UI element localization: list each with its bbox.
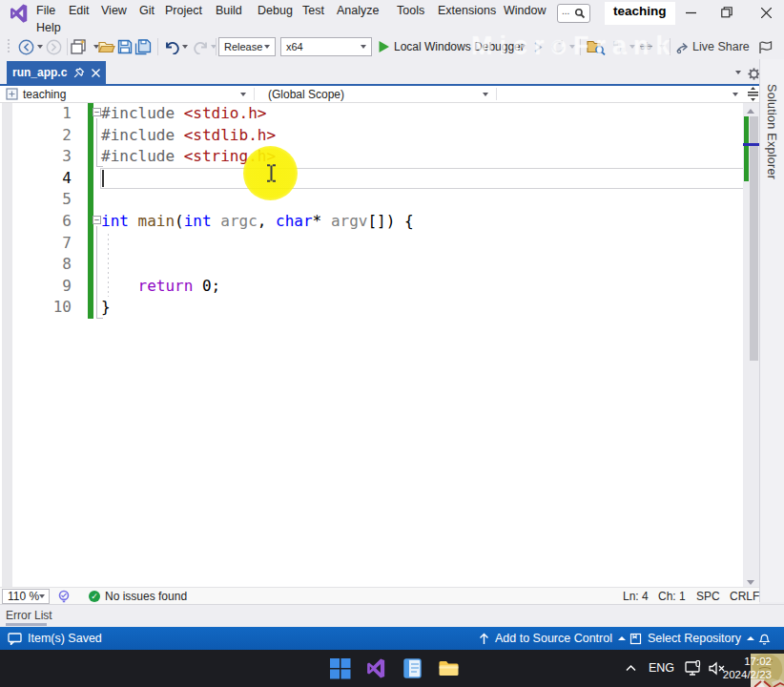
token: main <box>138 212 175 230</box>
add-to-source-control-button[interactable]: Add to Source Control <box>479 627 626 650</box>
menu-item-edit[interactable]: Edit <box>63 2 95 19</box>
block-selection-dropdown[interactable] <box>628 34 636 59</box>
menu-item-project[interactable]: Project <box>159 2 208 19</box>
feedback-button[interactable] <box>756 34 775 59</box>
line-number-5: 5 <box>33 189 72 211</box>
pin-icon[interactable] <box>73 67 85 78</box>
language-indicator[interactable]: ENG <box>649 661 674 675</box>
code-line-9[interactable]: return 0; <box>101 276 220 298</box>
indent-indicator[interactable]: SPC <box>696 589 720 604</box>
code-line-2[interactable]: #include <stdlib.h> <box>101 125 276 147</box>
outline-line-include <box>96 118 97 166</box>
code-health-icon[interactable] <box>57 590 71 603</box>
token <box>101 277 138 295</box>
code-line-6[interactable]: int main(int argc, char* argv[]) { <box>101 211 414 233</box>
menu-item-tools[interactable]: Tools <box>391 2 430 19</box>
clock-date: 2024/2/23 <box>723 668 772 681</box>
taskbar-clock[interactable]: 17:02 2024/2/23 <box>723 655 772 681</box>
scroll-down-arrow[interactable] <box>747 580 754 585</box>
undo-button[interactable] <box>161 34 182 59</box>
block-selection-icon <box>612 40 626 53</box>
navigate-forward-button[interactable] <box>44 34 63 59</box>
token <box>175 126 184 144</box>
vertical-scrollbar[interactable] <box>743 103 759 587</box>
menu-item-extensions[interactable]: Extensions <box>432 2 502 19</box>
health-status[interactable]: No issues found <box>105 589 187 604</box>
column-indicator[interactable]: Ch: 1 <box>658 589 686 604</box>
project-dropdown[interactable]: teaching <box>0 86 253 102</box>
minimize-button[interactable] <box>674 0 707 25</box>
start-button[interactable] <box>329 657 351 679</box>
change-tracking-bar <box>88 103 93 319</box>
tab-run-app-c[interactable]: run_app.c <box>7 61 106 84</box>
taskbar-visual-studio-icon[interactable] <box>365 657 387 679</box>
restore-button[interactable] <box>711 0 743 25</box>
close-tab-icon[interactable] <box>92 69 100 77</box>
close-button[interactable] <box>750 0 782 25</box>
menu-item-window[interactable]: Window <box>498 2 551 19</box>
live-share-button[interactable] <box>673 34 692 59</box>
tab-list-dropdown[interactable] <box>732 67 744 78</box>
breakpoint-margin[interactable] <box>2 103 12 587</box>
block-selection-button[interactable] <box>610 34 628 59</box>
scroll-up-arrow[interactable] <box>747 109 754 114</box>
menu-item-debug[interactable]: Debug <box>252 2 299 19</box>
project-icon <box>6 88 18 100</box>
find-in-files-button[interactable] <box>585 34 608 59</box>
menu-item-git[interactable]: Git <box>134 2 160 19</box>
debug-target-dropdown[interactable] <box>518 34 527 59</box>
code-editor[interactable]: 12345678910 − − #include <stdio.h>#inclu… <box>0 103 759 587</box>
menu-item-test[interactable]: Test <box>297 2 330 19</box>
new-project-button[interactable] <box>68 34 89 59</box>
toggle-whitespace-button[interactable]: ab <box>637 34 656 59</box>
hot-reload-button[interactable] <box>548 34 567 59</box>
platform-value: x64 <box>286 41 303 52</box>
live-share-label[interactable]: Live Share <box>692 34 750 59</box>
zoom-dropdown[interactable]: 110 % <box>2 589 50 604</box>
collapse-region-include[interactable]: − <box>93 108 101 116</box>
member-dropdown[interactable] <box>497 86 745 102</box>
platform-dropdown[interactable]: x64 <box>280 37 372 56</box>
menu-item-view[interactable]: View <box>95 2 133 19</box>
hot-reload-dropdown[interactable] <box>567 34 576 59</box>
show-next-statement-button[interactable] <box>529 34 547 59</box>
menu-item-analyze[interactable]: Analyze <box>331 2 384 19</box>
main-toolbar: Release x64 Local Windows Debugger ab Li… <box>0 34 784 59</box>
whitespace-dropdown[interactable] <box>657 34 666 59</box>
ibeam-cursor <box>265 164 278 182</box>
editor-status-strip: 110 % ✓ No issues found Ln: 4 Ch: 1 SPC … <box>0 587 759 604</box>
notifications-button[interactable] <box>758 627 771 650</box>
scrollbar-change-mark <box>744 116 749 181</box>
solution-explorer-tab[interactable]: Solution Explorer <box>759 59 784 602</box>
toolbar-grip[interactable] <box>6 34 11 59</box>
select-repository-button[interactable]: Select Repository <box>629 627 754 650</box>
configuration-dropdown[interactable]: Release <box>218 37 276 56</box>
cast-display-icon[interactable] <box>685 660 703 677</box>
error-list-tab[interactable]: Error List <box>6 609 52 622</box>
live-share-text: Live Share <box>692 40 750 53</box>
redo-button[interactable] <box>190 34 211 59</box>
undo-dropdown[interactable] <box>180 34 190 59</box>
menu-item-file[interactable]: File <box>31 2 61 19</box>
clock-time: 17:02 <box>723 655 772 668</box>
collapse-region-main[interactable]: − <box>93 216 101 224</box>
navigate-back-button[interactable] <box>16 34 35 59</box>
redo-dropdown[interactable] <box>209 34 218 59</box>
menu-item-build[interactable]: Build <box>210 2 248 19</box>
scope-dropdown[interactable]: (Global Scope) <box>255 86 495 102</box>
search-box[interactable]: ... <box>557 4 590 23</box>
taskbar-notepad-icon[interactable] <box>402 657 423 679</box>
start-debug-label[interactable]: Local Windows Debugger <box>389 34 525 59</box>
tray-expand-chevron[interactable] <box>625 662 637 677</box>
code-line-1[interactable]: #include <stdio.h> <box>101 103 266 125</box>
save-all-button[interactable] <box>132 34 155 59</box>
line-indicator[interactable]: Ln: 4 <box>623 589 649 604</box>
search-dots: ... <box>562 7 569 16</box>
token: char <box>276 212 313 230</box>
code-line-10[interactable]: } <box>101 297 111 319</box>
toggle-whitespace-icon: ab <box>639 40 655 53</box>
eol-indicator[interactable]: CRLF <box>730 589 759 604</box>
undo-icon <box>164 39 180 54</box>
taskbar-file-explorer-icon[interactable] <box>438 657 460 679</box>
scrollbar-thumb[interactable] <box>750 116 758 361</box>
